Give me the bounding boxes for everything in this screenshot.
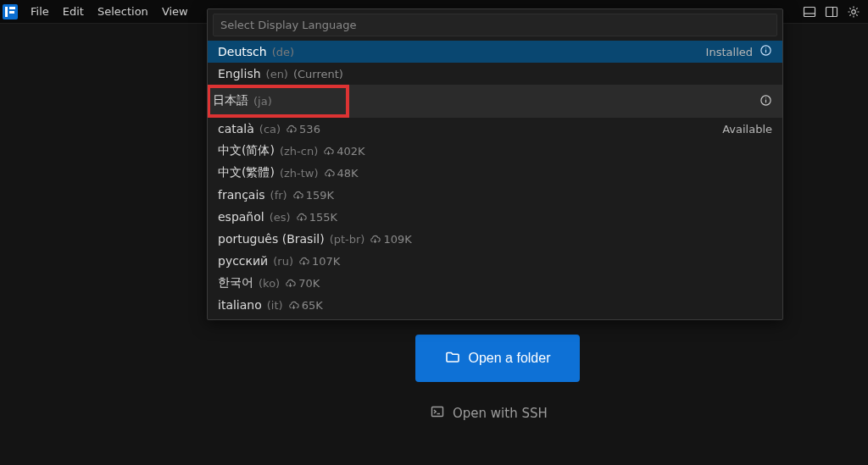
download-count: 402K: [323, 145, 364, 158]
highlight-box: 日本語(ja): [208, 85, 349, 118]
language-code: (ru): [273, 255, 293, 268]
svg-rect-15: [432, 407, 443, 417]
language-name: 中文(繁體): [218, 165, 275, 180]
language-row[interactable]: English(en)(Current): [208, 63, 782, 85]
language-name: 한국어: [218, 275, 253, 291]
download-count: 70K: [285, 277, 320, 290]
language-code: (ja): [253, 95, 272, 108]
language-name: English: [218, 67, 261, 80]
language-row[interactable]: русский(ru)107K: [208, 250, 782, 272]
download-count: 159K: [292, 189, 334, 202]
language-code: (it): [267, 299, 283, 312]
language-name: español: [218, 210, 264, 224]
language-name: français: [218, 188, 265, 202]
language-row[interactable]: português (Brasil)(pt-br)109K: [208, 228, 782, 250]
layout-panel-icon[interactable]: [798, 1, 821, 23]
svg-point-8: [852, 9, 856, 14]
language-row[interactable]: español(es)155K: [208, 206, 782, 228]
svg-rect-1: [5, 7, 8, 17]
language-code: (pt-br): [330, 233, 365, 246]
quickpick-placeholder: Select Display Language: [220, 19, 356, 31]
svg-rect-4: [804, 7, 815, 16]
open-ssh-button[interactable]: Open with SSH: [431, 405, 548, 422]
menu-selection[interactable]: Selection: [91, 0, 155, 24]
language-row[interactable]: français(fr)159K: [208, 184, 782, 206]
app-icon: [0, 2, 20, 22]
menu-label: Selection: [97, 5, 148, 18]
language-quickpick: Select Display Language Deutsch(de)Insta…: [207, 8, 783, 320]
download-count: 48K: [324, 167, 359, 180]
menu-file[interactable]: File: [24, 0, 56, 24]
current-marker: (Current): [293, 68, 343, 80]
svg-rect-2: [9, 7, 15, 9]
language-code: (de): [272, 46, 294, 58]
language-name: 中文(简体): [218, 143, 275, 158]
download-count: 65K: [288, 299, 323, 312]
language-name: català: [218, 122, 254, 136]
layout-sidebar-icon[interactable]: [821, 1, 843, 23]
folder-open-icon: [445, 349, 460, 368]
menu-label: Edit: [63, 5, 84, 18]
svg-rect-3: [9, 11, 14, 14]
language-code: (en): [266, 68, 288, 80]
language-name: русский: [218, 254, 268, 268]
language-row[interactable]: italiano(it)65K: [208, 294, 782, 316]
language-name: italiano: [218, 298, 262, 312]
language-row[interactable]: Deutsch(de)Installed: [208, 41, 782, 63]
settings-gear-icon[interactable]: [843, 1, 865, 23]
quickpick-input[interactable]: Select Display Language: [213, 14, 777, 36]
language-row[interactable]: 中文(繁體)(zh-tw)48K: [208, 162, 782, 184]
language-code: (fr): [270, 189, 287, 202]
info-icon[interactable]: [760, 44, 772, 59]
svg-point-14: [765, 97, 766, 98]
download-count: 155K: [296, 211, 337, 224]
svg-point-11: [765, 47, 766, 48]
language-code: (ca): [259, 123, 281, 136]
info-icon[interactable]: [760, 94, 772, 109]
menu-view[interactable]: View: [155, 0, 195, 24]
download-count: 536: [286, 123, 320, 136]
menu-edit[interactable]: Edit: [56, 0, 91, 24]
terminal-icon: [431, 405, 444, 422]
menu-label: File: [31, 5, 49, 18]
language-name: 日本語: [213, 93, 248, 108]
language-code: (es): [270, 211, 291, 224]
section-label-available: Available: [722, 123, 772, 136]
open-folder-label: Open a folder: [469, 351, 551, 366]
open-folder-button[interactable]: Open a folder: [415, 335, 580, 382]
language-row[interactable]: 日本語(ja): [208, 85, 782, 118]
language-row[interactable]: 中文(简体)(zh-cn)402K: [208, 140, 782, 162]
language-code: (ko): [259, 277, 280, 290]
download-count: 107K: [298, 255, 340, 268]
section-label-installed: Installed: [706, 46, 753, 58]
language-row[interactable]: polski(pl)46K: [208, 316, 782, 319]
language-row[interactable]: 한국어(ko)70K: [208, 272, 782, 294]
quickpick-list: Deutsch(de)InstalledEnglish(en)(Current)…: [208, 41, 782, 319]
language-row[interactable]: català(ca)536Available: [208, 118, 782, 140]
menu-label: View: [162, 5, 188, 18]
svg-rect-6: [826, 7, 837, 16]
language-code: (zh-tw): [280, 167, 319, 180]
language-name: português (Brasil): [218, 232, 325, 246]
language-code: (zh-cn): [280, 145, 318, 158]
open-ssh-label: Open with SSH: [453, 406, 548, 421]
language-name: Deutsch: [218, 45, 267, 58]
download-count: 109K: [370, 233, 411, 246]
